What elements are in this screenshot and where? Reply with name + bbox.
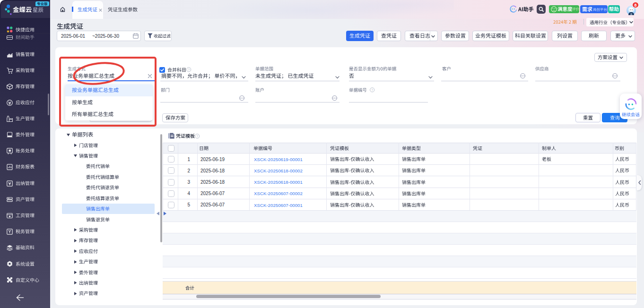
- svg-text:?: ?: [197, 135, 199, 138]
- svg-text:?: ?: [371, 88, 373, 92]
- svg-text:?: ?: [188, 68, 190, 71]
